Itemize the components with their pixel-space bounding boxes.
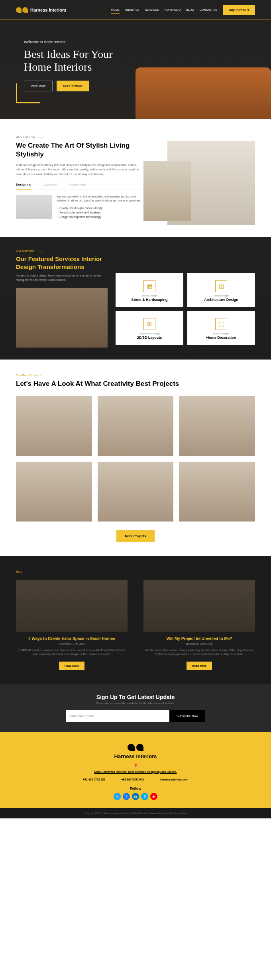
blog-image[interactable] [16, 580, 128, 632]
services-grid: ▦ Interior Design Stone & Hardscaping ◫ … [116, 273, 255, 348]
blog-date: November, 27th 2018 [16, 642, 128, 645]
logo[interactable]: Harness Interiors [16, 7, 66, 13]
service-sub: Interior Designs [191, 332, 251, 335]
about-image-2 [143, 161, 191, 221]
about-title: We Create The Art Of Stylish Living Styl… [16, 141, 143, 159]
projects-title: Let's Have A Look At What Creativity Bes… [16, 379, 255, 388]
blog-post-title[interactable]: Will My Project be Unveiled to Me? [143, 636, 255, 641]
logo-icon [16, 7, 28, 13]
services-text: Inoterior is interior design firm known … [16, 274, 108, 282]
nav-portfolio[interactable]: PORTFOLIO [165, 8, 181, 11]
blog-date: November, 27th 2018 [143, 642, 255, 645]
skype-icon[interactable]: S [141, 793, 148, 800]
service-card-architecture[interactable]: ◫ Retail Designs Architecture Design [187, 273, 255, 307]
service-name: 2D/3D Layouts [120, 336, 179, 340]
tab-list: Quality and designs checks deeply Period… [57, 206, 143, 219]
hero: Welcome to Home Interior Best Ideas For … [0, 20, 271, 119]
tab-designing[interactable]: Designing [16, 183, 31, 190]
nav-home[interactable]: HOME [111, 8, 120, 11]
linkedin-icon[interactable]: in [132, 793, 139, 800]
footer-logo-icon [16, 744, 255, 751]
social-links: 𝕏 f in S ▶ [16, 793, 255, 800]
about-images [151, 141, 255, 225]
footer-address: Main Boulevard Defence, Near Defence Sho… [16, 771, 255, 773]
service-name: Stone & Hardscaping [120, 298, 179, 302]
footer-phone-2[interactable]: +92 307 5555 942 [121, 778, 144, 781]
tab-guaranteed[interactable]: Guaranteed [69, 183, 86, 190]
footer-phone-1[interactable]: +92 423 5722 282 [83, 778, 106, 781]
about-label: About Interior [16, 135, 255, 139]
about-section: About Interior We Create The Art Of Styl… [0, 119, 271, 237]
nav-blog[interactable]: BLOG [186, 8, 194, 11]
project-card[interactable] [98, 462, 174, 522]
decoration-icon: ⬚ [215, 318, 227, 330]
buy-furniture-button[interactable]: Buy Furniture [223, 5, 255, 15]
footer-contacts: +92 423 5722 282 +92 307 5555 942 harnes… [16, 778, 255, 781]
tab-list-item: Design development and strategy [57, 215, 143, 219]
tab-list-item: Quality and designs checks deeply [57, 206, 143, 210]
nav-contact[interactable]: CONTACT US [200, 8, 218, 11]
project-card[interactable] [98, 396, 174, 456]
service-sub: Retail Designs [191, 294, 251, 297]
newsletter-title: Sign Up To Get Latest Update [16, 694, 255, 700]
service-card-decoration[interactable]: ⬚ Interior Designs Home Decoration [187, 311, 255, 345]
project-card[interactable] [16, 396, 92, 456]
services-label: Our Services [16, 249, 108, 253]
blog-image[interactable] [143, 580, 255, 632]
service-card-layouts[interactable]: ⊞ Architecture Design 2D/3D Layouts [116, 311, 183, 345]
stone-icon: ▦ [143, 280, 155, 292]
read-more-button[interactable]: Read More [187, 662, 212, 670]
brand-name: Harness Interiors [30, 8, 66, 12]
twitter-icon[interactable]: 𝕏 [114, 793, 121, 800]
more-projects-button[interactable]: More Projects [116, 530, 155, 542]
project-card[interactable] [179, 462, 255, 522]
hero-sofa-image [136, 67, 271, 119]
subscribe-button[interactable]: Subscribe Now [169, 710, 205, 722]
layouts-icon: ⊞ [143, 318, 155, 330]
blog-excerpt: Is SMS still a useful communication chan… [16, 648, 128, 656]
nav-bar: Harness Interiors HOME ABOUT US SERVICES… [0, 0, 271, 20]
blog-excerpt: With the winter storm season already und… [143, 648, 255, 656]
newsletter-form: Subscribe Now [16, 710, 255, 722]
service-sub: Interior Design [120, 294, 179, 297]
project-card[interactable] [179, 396, 255, 456]
hero-accent-border [16, 83, 40, 103]
tab-description: We are committed to the impeccable craft… [57, 195, 143, 203]
projects-label: Our Best Projects [16, 373, 255, 377]
service-sub: Architecture Design [120, 332, 179, 335]
tab-list-item: Periodic site review and timelines [57, 210, 143, 215]
hero-welcome: Welcome to Home Interior [24, 40, 247, 44]
about-text: Inoterior design consultancy firm that b… [16, 163, 143, 176]
footer-follow-label: Follow [16, 786, 255, 790]
service-card-stone[interactable]: ▦ Interior Design Stone & Hardscaping [116, 273, 183, 307]
services-image [16, 288, 108, 348]
services-section: Our Services Our Featured Services Inter… [0, 237, 271, 360]
our-portfolio-button[interactable]: Our Portfolio [57, 81, 89, 91]
location-pin-icon: 📍 [16, 763, 255, 769]
email-input[interactable] [66, 710, 169, 722]
copyright: Copyright 2021 by Harness Interiors Term… [0, 808, 271, 818]
projects-section: Our Best Projects Let's Have A Look At W… [0, 360, 271, 556]
newsletter-sub: Sign up for our monthly newsletter for t… [16, 702, 255, 705]
nav-about[interactable]: ABOUT US [125, 8, 139, 11]
read-more-button[interactable]: Read More [59, 662, 84, 670]
architecture-icon: ◫ [215, 280, 227, 292]
tab-image [16, 195, 52, 219]
blog-card: 4 Ways to Create Extra Space in Small Ho… [16, 580, 128, 670]
newsletter-section: Sign Up To Get Latest Update Sign up for… [0, 684, 271, 732]
youtube-icon[interactable]: ▶ [150, 793, 157, 800]
header: Harness Interiors HOME ABOUT US SERVICES… [0, 0, 271, 119]
about-tabs: Designing Approved Guaranteed [16, 183, 143, 190]
services-title: Our Featured Services Interior Design Tr… [16, 255, 108, 271]
service-name: Architecture Design [191, 298, 251, 302]
tab-approved[interactable]: Approved [43, 183, 57, 190]
blog-post-title[interactable]: 4 Ways to Create Extra Space in Small Ho… [16, 636, 128, 641]
facebook-icon[interactable]: f [123, 793, 130, 800]
blog-label: Blog [16, 570, 255, 573]
nav-links: HOME ABOUT US SERVICES PORTFOLIO BLOG CO… [111, 8, 218, 11]
nav-services[interactable]: SERVICES [145, 8, 159, 11]
footer-website[interactable]: harnessinteriors.com [160, 778, 188, 781]
project-card[interactable] [16, 462, 92, 522]
blog-section: Blog 4 Ways to Create Extra Space in Sma… [0, 556, 271, 684]
blog-card: Will My Project be Unveiled to Me? Novem… [143, 580, 255, 670]
